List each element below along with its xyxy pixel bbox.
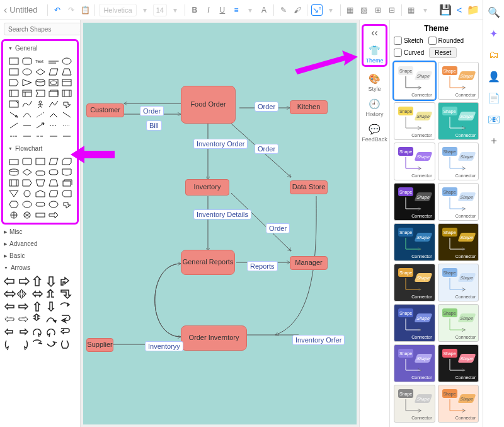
edge-label-order3[interactable]: Order (255, 144, 278, 154)
paste-icon[interactable]: 📋 (79, 4, 91, 16)
theme-card[interactable]: ShapeShapeConnector (394, 62, 435, 100)
theme-card[interactable]: ShapeShapeConnector (438, 143, 479, 180)
arrow-shape-item[interactable] (3, 288, 16, 300)
folder-icon[interactable]: 📁 (467, 4, 479, 16)
align-icon[interactable]: ≡ (231, 4, 242, 16)
shape-item[interactable] (48, 168, 59, 177)
shape-item[interactable] (61, 121, 72, 130)
shape-item[interactable] (35, 189, 46, 198)
shape-item[interactable] (48, 211, 59, 219)
shape-item[interactable] (35, 178, 46, 187)
node-order-inventory[interactable]: Order Inverntory (181, 325, 247, 351)
save-icon[interactable]: 💾 (440, 4, 451, 16)
pencil-icon[interactable]: ✎ (278, 4, 289, 16)
group-icon[interactable]: ⊞ (372, 4, 384, 16)
shape-item[interactable] (61, 132, 72, 141)
theme-card[interactable]: ShapeShapeConnector (438, 223, 479, 261)
shape-item[interactable] (35, 121, 46, 130)
edge-label-order2[interactable]: Order (255, 102, 278, 112)
back-icon[interactable]: ‹ (4, 4, 7, 16)
arrow-shape-item[interactable] (45, 276, 57, 287)
style-tab[interactable]: 🎨Style (368, 73, 381, 92)
arrow-shape-item[interactable] (17, 339, 30, 350)
connector-icon[interactable]: ↘° (311, 4, 323, 16)
bold-icon[interactable]: B (189, 4, 200, 16)
shape-item[interactable] (21, 168, 33, 177)
add-rail-icon[interactable]: ＋ (488, 135, 500, 146)
shape-item[interactable] (35, 168, 46, 177)
shape-item[interactable] (35, 132, 46, 141)
shape-item[interactable] (21, 200, 33, 209)
font-size-select[interactable]: 14 (153, 4, 167, 16)
shape-item[interactable] (48, 78, 59, 87)
undo-icon[interactable]: ↶ (52, 4, 63, 16)
theme-card[interactable]: ShapeShapeConnector (394, 143, 435, 180)
edge-label-inv-order[interactable]: Inventory Order (193, 139, 248, 149)
arrow-shape-item[interactable] (59, 288, 71, 300)
shape-item[interactable] (8, 57, 20, 66)
theme-card[interactable]: ShapeShapeConnector (394, 344, 435, 382)
assistant-icon[interactable]: ✦ (488, 28, 500, 39)
shape-item[interactable] (21, 178, 33, 187)
arrow-shape-item[interactable] (17, 301, 30, 312)
shape-item[interactable] (21, 157, 33, 166)
section-basic[interactable]: Basic (0, 250, 80, 262)
arrow-shape-item[interactable] (3, 326, 16, 337)
shape-item[interactable] (21, 121, 33, 130)
collapse-panel-icon[interactable]: ‹‹ (371, 27, 378, 38)
canvas-area[interactable]: Food Order Customer Kitchen Invertory Da… (81, 20, 359, 427)
arrow-shape-item[interactable] (45, 288, 57, 300)
section-flowchart[interactable]: Flowchart (4, 143, 76, 155)
shape-item[interactable] (21, 189, 33, 198)
shape-item[interactable] (8, 200, 20, 209)
shape-item[interactable] (61, 78, 72, 87)
theme-card[interactable]: ShapeShapeConnector (394, 264, 435, 301)
arrow-shape-item[interactable] (45, 339, 57, 350)
shape-item[interactable] (61, 57, 72, 66)
shape-item[interactable] (35, 100, 46, 108)
theme-card[interactable]: ShapeShapeConnector (438, 264, 479, 301)
arrow-shape-item[interactable] (17, 313, 30, 325)
shape-item[interactable] (48, 189, 59, 198)
theme-card[interactable]: ShapeShapeConnector (438, 304, 479, 342)
theme-card[interactable]: ShapeShapeConnector (438, 62, 479, 100)
arrow-shape-item[interactable] (17, 276, 30, 287)
shape-item[interactable] (48, 157, 59, 166)
shape-item[interactable] (35, 211, 46, 219)
redo-icon[interactable]: ↷ (66, 4, 77, 16)
theme-tab[interactable]: 👕Theme (365, 45, 383, 64)
shape-item[interactable] (21, 78, 33, 87)
shape-item[interactable] (48, 178, 59, 187)
shape-item[interactable] (35, 89, 46, 98)
shape-item[interactable] (8, 178, 20, 187)
search-rail-icon[interactable]: 🔍 (488, 6, 500, 18)
arrow-shape-item[interactable] (17, 288, 30, 300)
shape-item[interactable] (8, 78, 20, 87)
user-icon[interactable]: 👤 (488, 71, 500, 82)
theme-card[interactable]: ShapeShapeConnector (438, 183, 479, 221)
arrow-shape-item[interactable] (45, 326, 57, 337)
edge-label-order4[interactable]: Order (266, 223, 290, 233)
arrow-shape-item[interactable] (59, 326, 71, 337)
section-advanced[interactable]: Advanced (0, 238, 80, 250)
arrow-shape-item[interactable] (31, 326, 43, 337)
shape-item[interactable] (21, 100, 33, 108)
edge-label-bill[interactable]: Bill (146, 120, 162, 131)
underline-icon[interactable]: U (217, 4, 228, 16)
ungroup-icon[interactable]: ⊟ (386, 4, 398, 16)
arrow-shape-item[interactable] (17, 326, 30, 337)
rounded-checkbox[interactable]: Rounded (428, 37, 464, 45)
shape-item[interactable] (21, 132, 33, 141)
edge-label-inv-order2[interactable]: Inventory Orfer (292, 335, 345, 345)
node-general-reports[interactable]: General Reports (181, 250, 235, 275)
italic-icon[interactable]: I (203, 4, 214, 16)
shape-item[interactable] (35, 157, 46, 166)
arrow-shape-item[interactable] (59, 276, 71, 287)
shape-item[interactable] (61, 200, 72, 209)
theme-card[interactable]: ShapeShapeConnector (438, 385, 479, 423)
font-family-select[interactable]: Helvetica (99, 4, 136, 16)
font-color-icon[interactable]: A (258, 4, 270, 16)
shape-item[interactable] (48, 89, 59, 98)
theme-card[interactable]: ShapeShapeConnector (438, 102, 479, 140)
history-tab[interactable]: 🕘History (365, 98, 383, 117)
